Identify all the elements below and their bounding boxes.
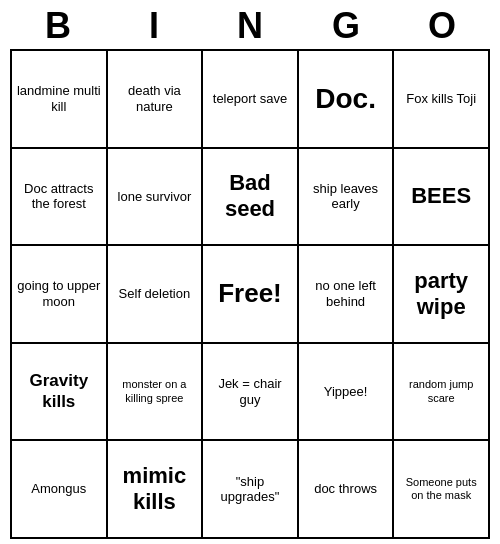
bingo-header: B I N G O	[10, 5, 490, 47]
cell-9[interactable]: BEES	[394, 149, 490, 247]
cell-20[interactable]: Amongus	[12, 441, 108, 539]
cell-6[interactable]: lone survivor	[108, 149, 204, 247]
cell-8[interactable]: ship leaves early	[299, 149, 395, 247]
cell-1[interactable]: death via nature	[108, 51, 204, 149]
cell-14[interactable]: party wipe	[394, 246, 490, 344]
header-n: N	[202, 5, 298, 47]
cell-10[interactable]: going to upper moon	[12, 246, 108, 344]
cell-19[interactable]: random jump scare	[394, 344, 490, 442]
cell-15[interactable]: Gravity kills	[12, 344, 108, 442]
cell-4[interactable]: Fox kills Toji	[394, 51, 490, 149]
header-i: I	[106, 5, 202, 47]
header-g: G	[298, 5, 394, 47]
cell-24[interactable]: Someone puts on the mask	[394, 441, 490, 539]
cell-17[interactable]: Jek = chair guy	[203, 344, 299, 442]
cell-5[interactable]: Doc attracts the forest	[12, 149, 108, 247]
cell-13[interactable]: no one left behind	[299, 246, 395, 344]
cell-21[interactable]: mimic kills	[108, 441, 204, 539]
cell-3[interactable]: Doc.	[299, 51, 395, 149]
header-o: O	[394, 5, 490, 47]
cell-2[interactable]: teleport save	[203, 51, 299, 149]
cell-18[interactable]: Yippee!	[299, 344, 395, 442]
cell-12-free[interactable]: Free!	[203, 246, 299, 344]
bingo-card: B I N G O landmine multi kill death via …	[10, 5, 490, 539]
cell-0[interactable]: landmine multi kill	[12, 51, 108, 149]
cell-7[interactable]: Bad seed	[203, 149, 299, 247]
cell-16[interactable]: monster on a killing spree	[108, 344, 204, 442]
cell-22[interactable]: "ship upgrades"	[203, 441, 299, 539]
cell-11[interactable]: Self deletion	[108, 246, 204, 344]
cell-23[interactable]: doc throws	[299, 441, 395, 539]
header-b: B	[10, 5, 106, 47]
bingo-grid: landmine multi kill death via nature tel…	[10, 49, 490, 539]
